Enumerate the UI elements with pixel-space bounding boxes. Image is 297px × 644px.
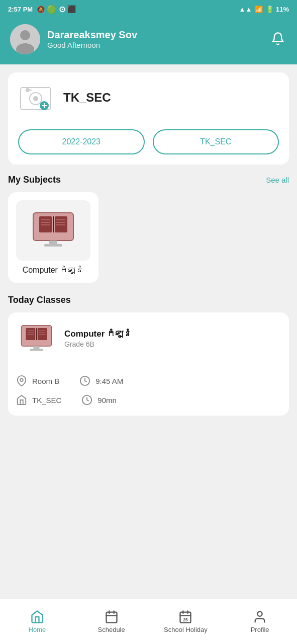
- status-time: 2:57 PM 🔕 🟢 ⊙ ⬛: [8, 5, 76, 14]
- profile-card: TK_SEC 2022-2023 TK_SEC: [8, 72, 289, 165]
- greeting: Good Afternoon: [47, 41, 137, 49]
- user-name: Darareaksmey Sov: [47, 29, 137, 41]
- status-bar: 2:57 PM 🔕 🟢 ⊙ ⬛ ▲▲ 📶 🔋 11%: [0, 0, 297, 18]
- year-button[interactable]: 2022-2023: [18, 129, 145, 154]
- nav-home-label: Home: [29, 626, 46, 633]
- svg-point-6: [26, 88, 30, 92]
- nav-home[interactable]: Home: [0, 599, 74, 644]
- school-name: TK_SEC: [63, 91, 111, 105]
- class-time: 9:45 AM: [95, 377, 123, 385]
- svg-rect-22: [44, 244, 62, 247]
- today-classes-title: Today Classes: [8, 295, 71, 305]
- status-icons: ▲▲ 📶 🔋 11%: [239, 6, 289, 13]
- header: Darareaksmey Sov Good Afternoon: [0, 18, 297, 64]
- svg-rect-34: [30, 349, 43, 351]
- svg-rect-33: [33, 346, 39, 349]
- svg-rect-25: [37, 328, 47, 340]
- nav-schedule[interactable]: Schedule: [74, 599, 149, 644]
- subject-icon-box: [16, 200, 90, 261]
- avatar: [10, 24, 40, 54]
- class-icon: [16, 320, 56, 357]
- main-content: TK_SEC 2022-2023 TK_SEC My Subjects See …: [0, 64, 297, 464]
- subjects-grid: Computer កំឡូនំ: [8, 192, 289, 283]
- svg-point-1: [20, 30, 30, 40]
- profile-buttons: 2022-2023 TK_SEC: [18, 129, 279, 154]
- room-text: Room B: [32, 377, 59, 385]
- time-detail: 9:45 AM: [79, 375, 123, 386]
- nav-school-holiday[interactable]: 25 School Holiday: [149, 599, 223, 644]
- class-grade: Grade 6B: [64, 340, 132, 348]
- nav-schedule-label: Schedule: [98, 626, 125, 633]
- svg-point-47: [257, 612, 262, 616]
- duration-detail: 90mn: [81, 394, 117, 406]
- subject-name: Computer កំឡូនំ: [16, 266, 90, 275]
- subjects-title: My Subjects: [8, 175, 61, 185]
- school-detail: TK_SEC: [16, 394, 61, 406]
- subjects-section: My Subjects See all: [8, 175, 289, 283]
- bottom-nav: Home Schedule 25 School Holiday Profile: [0, 599, 297, 644]
- school-text: TK_SEC: [32, 396, 61, 405]
- class-details: Room B 9:45 AM: [8, 365, 289, 416]
- notification-button[interactable]: [269, 30, 287, 49]
- school-photo-placeholder[interactable]: [18, 83, 53, 113]
- today-classes-section: Today Classes: [8, 295, 289, 416]
- svg-rect-12: [39, 216, 52, 232]
- svg-rect-24: [26, 328, 35, 340]
- see-all-subjects[interactable]: See all: [266, 176, 289, 184]
- class-info: Computer កំឡូនំ Grade 6B: [64, 329, 132, 348]
- class-card: Computer កំឡូនំ Grade 6B Room B: [8, 312, 289, 416]
- duration-text: 90mn: [97, 396, 117, 405]
- svg-point-5: [33, 96, 38, 101]
- section-button[interactable]: TK_SEC: [153, 129, 279, 154]
- subject-item[interactable]: Computer កំឡូនំ: [8, 192, 98, 283]
- nav-school-holiday-label: School Holiday: [164, 626, 208, 633]
- svg-rect-38: [106, 612, 117, 623]
- nav-profile-label: Profile: [251, 626, 269, 633]
- svg-text:25: 25: [183, 618, 188, 622]
- room-detail: Room B: [16, 375, 59, 386]
- svg-rect-21: [49, 240, 57, 245]
- nav-profile[interactable]: Profile: [223, 599, 297, 644]
- svg-point-35: [20, 378, 23, 381]
- svg-rect-13: [55, 216, 67, 232]
- class-name: Computer កំឡូនំ: [64, 329, 132, 339]
